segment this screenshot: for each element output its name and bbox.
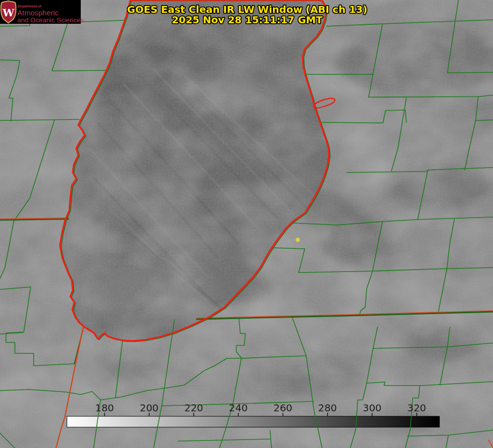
colorbar-label: 180 [95,402,114,414]
colorbar-label: 260 [274,402,292,414]
title-line-2: 2025 Nov 28 15:11:17 GMT [172,14,323,26]
colorbar-label: 320 [407,402,426,414]
logo-name-line-2: and Oceanic Sciences [17,16,84,24]
satellite-map: 180 200 220 240 260 280 300 320 GOES Eas… [0,0,493,448]
colorbar-label: 300 [363,402,382,414]
ir-texture-grain [0,0,493,448]
crest-letter: W [2,6,14,19]
colorbar-label: 280 [318,402,337,414]
colorbar-label: 240 [229,402,248,414]
colorbar-label: 200 [140,402,159,414]
location-marker-dot [296,238,300,242]
colorbar [67,416,439,427]
uw-aos-logo[interactable]: W Department of Atmospheric and Oceanic … [0,0,84,24]
logo-name-line-1: Atmospheric [17,8,59,17]
logo-dept-line: Department of [18,4,42,8]
colorbar-label: 220 [184,402,203,414]
goes-satellite-viewer: 180 200 220 240 260 280 300 320 GOES Eas… [0,0,493,448]
